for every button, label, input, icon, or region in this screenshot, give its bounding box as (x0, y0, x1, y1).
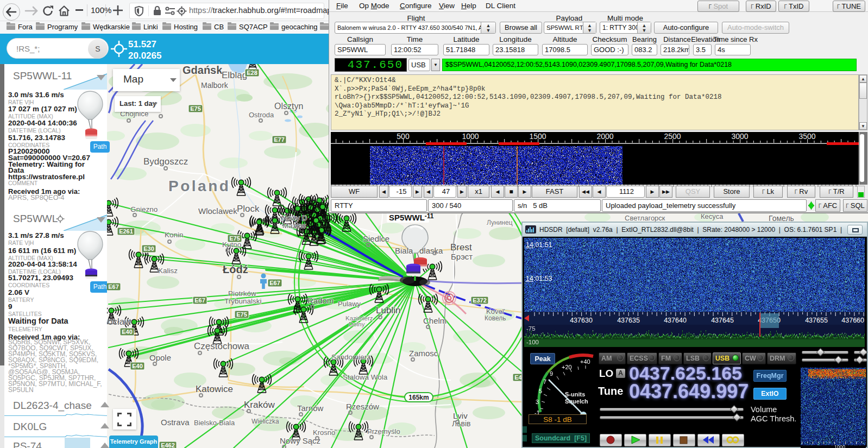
svg-text:Malbork: Malbork (201, 81, 229, 90)
svg-text:E40: E40 (132, 363, 143, 369)
svg-text:Konin: Konin (165, 231, 184, 239)
svg-text:Nowy Sącz: Nowy Sącz (280, 436, 320, 445)
svg-text:Nowy D: Nowy D (281, 214, 307, 222)
svg-text:2500: 2500 (664, 132, 681, 141)
svg-text:E67: E67 (108, 283, 119, 290)
svg-text:E75: E75 (190, 105, 201, 112)
svg-text:Zamosc: Zamosc (409, 349, 438, 358)
svg-text:E67: E67 (269, 280, 280, 286)
svg-text:E462: E462 (161, 442, 175, 448)
svg-text:Siedlce: Siedlce (363, 234, 389, 243)
svg-text:E40: E40 (122, 329, 133, 335)
svg-text:1000: 1000 (834, 444, 845, 448)
svg-text:Brest: Brest (450, 242, 472, 253)
svg-text:E77: E77 (274, 136, 285, 143)
svg-text:437645: 437645 (711, 317, 734, 324)
svg-text:Kalisz: Kalisz (158, 267, 178, 275)
svg-text:Sandomierz: Sandomierz (331, 353, 370, 361)
svg-text:Katowice: Katowice (196, 384, 233, 394)
svg-text:Opole: Opole (149, 353, 171, 362)
svg-text:9: 9 (550, 370, 553, 377)
svg-text:Gniezno: Gniezno (130, 205, 158, 213)
svg-text:500: 500 (397, 132, 410, 141)
svg-text:dlaska: dlaska (419, 246, 443, 255)
svg-text:Biala: Biala (395, 246, 413, 255)
svg-text:Bydgoszcz: Bydgoszcz (143, 156, 188, 167)
svg-text:Dolny: Dolny (349, 321, 365, 327)
svg-text:Брэст: Брэст (451, 252, 473, 261)
svg-text:E67: E67 (194, 297, 205, 304)
svg-text:E28: E28 (247, 70, 257, 76)
svg-text:Przemyślo: Przemyślo (367, 427, 400, 436)
svg-text:Stalowa Wola: Stalowa Wola (343, 373, 388, 381)
svg-text:Ostrava: Ostrava (161, 418, 190, 427)
svg-text:Chelm: Chelm (423, 316, 446, 325)
svg-text:Ostroda: Ostroda (249, 111, 274, 119)
svg-text:7: 7 (543, 378, 546, 385)
svg-text:Częstochowa: Częstochowa (194, 341, 250, 351)
svg-text:2000: 2000 (596, 132, 613, 141)
svg-text:1000: 1000 (462, 132, 479, 141)
svg-text:3000: 3000 (731, 132, 748, 141)
svg-text:437660: 437660 (841, 317, 864, 324)
svg-text:E372: E372 (473, 297, 487, 304)
svg-text:3500: 3500 (798, 132, 815, 141)
svg-text:Tarnów: Tarnów (297, 403, 324, 413)
svg-text:165km: 165km (408, 394, 429, 401)
svg-text:S-units: S-units (565, 391, 585, 397)
svg-text:Wloclawek: Wloclawek (198, 206, 237, 216)
svg-text:Gdańsk: Gdańsk (183, 64, 223, 76)
svg-text:Rzeszów: Rzeszów (346, 402, 379, 411)
svg-text:Plock: Plock (237, 204, 260, 214)
svg-text:Poland: Poland (168, 178, 230, 194)
svg-text:+40: +40 (580, 358, 590, 365)
svg-text:Piotrków: Piotrków (228, 289, 256, 298)
svg-text:E75: E75 (236, 311, 247, 318)
svg-text:Łódź: Łódź (223, 263, 248, 275)
svg-text:437630: 437630 (570, 317, 593, 324)
svg-text:Trybunalski: Trybunalski (224, 297, 262, 305)
svg-text:Krosno: Krosno (313, 428, 335, 437)
svg-text:Kraków: Kraków (244, 400, 275, 410)
svg-text:1500: 1500 (529, 132, 546, 141)
svg-text:437655: 437655 (805, 317, 828, 324)
svg-text:Львів: Львів (452, 419, 470, 428)
svg-text:E261: E261 (119, 228, 133, 235)
svg-text:437640: 437640 (664, 317, 687, 324)
svg-text:Wieliczka: Wieliczka (251, 418, 279, 425)
svg-text:3: 3 (536, 399, 539, 405)
svg-text:Radom: Radom (307, 296, 334, 305)
svg-text:Ковель: Ковель (485, 314, 506, 322)
svg-text:Лунинец: Лунинец (487, 219, 513, 226)
svg-text:Elbląg: Elbląg (222, 70, 247, 80)
svg-text:ocław: ocław (108, 317, 131, 327)
svg-text:437635: 437635 (617, 317, 640, 324)
svg-text:E75: E75 (229, 235, 240, 242)
svg-text:E30: E30 (143, 245, 154, 252)
svg-text:Кесуса: Кесуса (701, 212, 724, 220)
svg-text:Pulawy: Pulawy (338, 300, 361, 308)
svg-text:Mazow: Mazow (282, 222, 306, 230)
svg-text:Olsztyn: Olsztyn (274, 102, 303, 111)
svg-text:Bielsko-Biala: Bielsko-Biala (194, 419, 235, 427)
svg-text:Светлагорск: Светлагорск (625, 214, 665, 222)
svg-text:5: 5 (539, 388, 542, 394)
svg-text:Lublin: Lublin (376, 305, 400, 316)
svg-text:+20: +20 (562, 364, 572, 370)
